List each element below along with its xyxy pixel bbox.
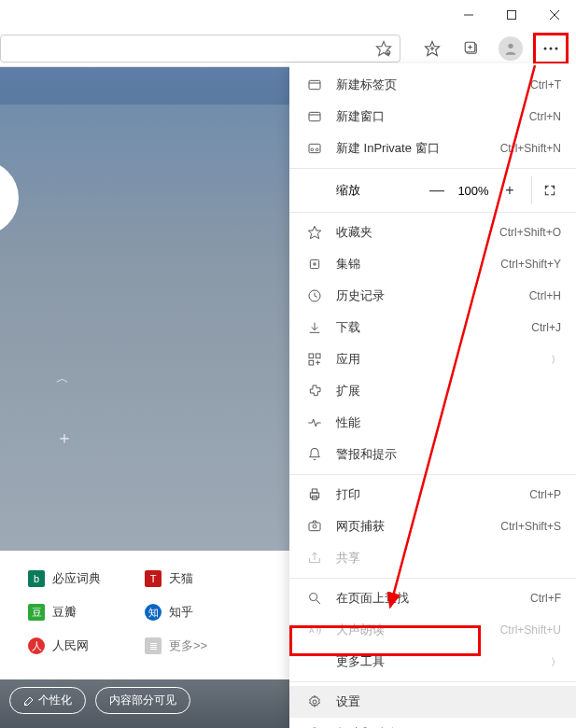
favorites-icon[interactable] [415,32,449,65]
menu-shortcut: Ctrl+J [531,321,561,334]
menu-label: 设置 [336,693,561,710]
menu-shortcut: Ctrl+Shift+O [499,226,561,239]
menu-label: 应用 [336,351,543,368]
svg-rect-34 [309,360,314,365]
new-window-icon [304,109,325,124]
menu-label: 扩展 [336,383,561,399]
menu-performance[interactable]: 性能 [289,407,576,439]
link-douban[interactable]: 豆豆瓣 [28,604,145,621]
zoom-out-button[interactable]: — [421,176,453,204]
inprivate-icon [304,141,325,156]
svg-point-23 [311,148,314,151]
menu-separator [289,578,576,579]
menu-label: 历史记录 [336,287,529,304]
menu-find[interactable]: 在页面上查找 Ctrl+F [289,582,576,614]
svg-point-14 [508,43,513,48]
menu-shortcut: Ctrl+Shift+Y [500,258,561,271]
menu-label: 更多工具 [336,653,543,670]
menu-favorites[interactable]: 收藏夹 Ctrl+Shift+O [289,217,576,248]
menu-downloads[interactable]: 下载 Ctrl+J [289,312,576,343]
menu-separator [289,212,576,213]
svg-line-44 [316,600,320,604]
menu-label: 下载 [336,319,531,336]
close-button[interactable] [533,0,576,30]
menu-new-tab[interactable]: 新建标签页 Ctrl+T [289,69,576,101]
menu-label: 集锦 [336,256,500,273]
svg-point-24 [316,148,318,151]
link-zhihu[interactable]: 知知乎 [145,604,261,621]
menu-collections[interactable]: 集锦 Ctrl+Shift+Y [289,248,576,280]
browser-toolbar: + [0,30,576,67]
profile-avatar[interactable] [494,32,527,65]
menu-separator [289,168,576,169]
menu-label: 大声朗读 [336,622,500,638]
extensions-icon [304,384,325,399]
menu-shortcut: Ctrl+N [529,110,561,123]
svg-point-17 [555,47,558,49]
menu-label: 打印 [336,486,529,503]
chevron-right-icon: 〉 [551,655,561,669]
capture-icon [304,519,325,534]
zoom-label: 缩放 [336,182,421,199]
fullscreen-button[interactable] [531,176,567,204]
personalize-button[interactable]: 个性化 [9,687,86,714]
minimize-button[interactable] [447,0,490,30]
svg-rect-41 [309,523,320,531]
content-shape [0,161,19,235]
menu-separator [289,474,576,475]
svg-rect-39 [312,489,316,493]
svg-point-42 [313,525,316,528]
menu-new-inprivate[interactable]: 新建 InPrivate 窗口 Ctrl+Shift+N [289,133,576,164]
menu-help[interactable]: 帮助和反馈 〉 [289,718,576,728]
collections-icon[interactable] [455,32,488,65]
svg-marker-25 [308,226,320,238]
menu-settings[interactable]: 设置 [289,686,576,718]
favorites-icon [304,225,325,240]
menu-new-window[interactable]: 新建窗口 Ctrl+N [289,101,576,133]
link-bing-dict[interactable]: b必应词典 [28,570,145,587]
menu-label: 性能 [336,414,561,431]
caret-up-icon[interactable]: ︿ [56,371,69,387]
menu-label: 新建 InPrivate 窗口 [336,140,500,157]
svg-rect-18 [309,80,320,89]
address-bar[interactable]: + [0,35,400,63]
menu-capture[interactable]: 网页捕获 Ctrl+Shift+S [289,511,576,542]
menu-apps[interactable]: 应用 〉 [289,343,576,375]
link-more[interactable]: ≣更多>> [145,637,261,654]
menu-alerts[interactable]: 警报和提示 [289,439,576,470]
svg-rect-38 [310,493,318,497]
menu-shortcut: Ctrl+Shift+U [500,623,561,637]
share-icon [304,551,325,566]
settings-menu: 新建标签页 Ctrl+T 新建窗口 Ctrl+N 新建 InPrivate 窗口… [289,63,576,728]
read-aloud-icon: A [304,623,325,637]
svg-text:+: + [386,51,388,55]
maximize-button[interactable] [490,0,533,30]
history-icon [304,288,325,303]
svg-rect-20 [309,112,320,120]
print-icon [304,487,325,502]
svg-point-16 [550,47,553,49]
menu-history[interactable]: 历史记录 Ctrl+H [289,280,576,312]
menu-share: 共享 [289,542,576,574]
svg-point-15 [544,47,547,49]
page-content: ︿ ＋ b必应词典 T天猫 豆豆瓣 知知乎 人人民网 ≣更多>> 个性化 内容部… [0,67,289,728]
menu-label: 收藏夹 [336,224,499,241]
svg-rect-33 [316,354,320,358]
menu-print[interactable]: 打印 Ctrl+P [289,479,576,511]
menu-zoom: 缩放 — 100% + [289,173,576,208]
menu-shortcut: Ctrl+Shift+N [500,142,561,155]
content-visibility-button[interactable]: 内容部分可见 [95,687,190,714]
menu-label: 网页捕获 [336,518,500,535]
favorite-star-icon[interactable]: + [375,40,392,57]
chevron-right-icon: 〉 [551,353,561,367]
zoom-in-button[interactable]: + [494,176,526,204]
add-icon[interactable]: ＋ [56,427,73,449]
link-tmall[interactable]: T天猫 [145,570,261,587]
menu-extensions[interactable]: 扩展 [289,375,576,407]
performance-icon [304,415,325,430]
menu-label: 在页面上查找 [336,590,530,607]
link-renmin[interactable]: 人人民网 [28,637,145,654]
more-menu-button[interactable] [533,33,569,64]
collections-icon [304,257,325,272]
menu-more-tools[interactable]: 更多工具 〉 [289,646,576,678]
